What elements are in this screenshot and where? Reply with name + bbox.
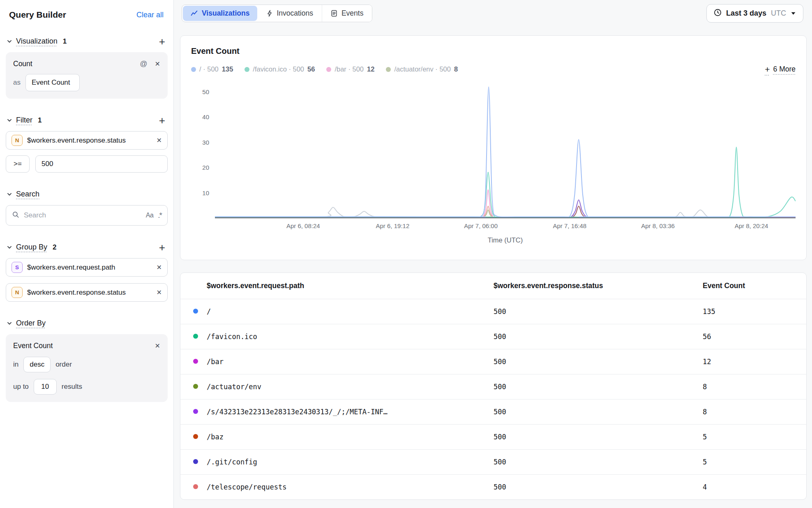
chart-series-line [215, 208, 796, 217]
table-row[interactable]: /baz5005 [180, 425, 806, 450]
table-row[interactable]: /actuator/env5008 [180, 374, 806, 399]
tab-visualizations[interactable]: Visualizations [183, 6, 257, 21]
add-visualization-button[interactable]: + [159, 37, 165, 46]
group-by-count: 2 [53, 243, 56, 252]
table-row[interactable]: /bar50012 [180, 349, 806, 374]
filter-section: Filter 1 + N $workers.event.response.sta… [6, 116, 168, 173]
remove-group-by-icon[interactable]: ✕ [157, 263, 162, 271]
chart-series-line [215, 190, 796, 217]
series-color-dot [193, 434, 198, 439]
tab-events[interactable]: Events [322, 5, 372, 22]
y-axis-labels: 1020304050 [191, 82, 209, 218]
type-badge-N: N [12, 287, 23, 298]
chart-svg [215, 82, 796, 217]
filter-value-input[interactable] [35, 155, 168, 173]
chevron-down-icon[interactable] [7, 118, 12, 123]
at-icon[interactable]: @ [140, 60, 147, 68]
topbar: VisualizationsInvocationsEvents Last 3 d… [174, 0, 812, 26]
add-group-by-button[interactable]: + [159, 243, 165, 252]
y-tick-label: 40 [202, 113, 209, 120]
group-by-field-name: $workers.event.request.path [27, 263, 152, 272]
group-by-section-title[interactable]: Group By [16, 243, 47, 252]
table-row[interactable]: /.git/config5005 [180, 450, 806, 475]
order-by-section-title[interactable]: Order By [16, 319, 46, 328]
chevron-down-icon[interactable] [7, 39, 12, 44]
remove-group-by-icon[interactable]: ✕ [157, 289, 162, 296]
search-input-container: Aa .* [6, 205, 168, 226]
time-range-button[interactable]: Last 3 days UTC [706, 4, 803, 23]
order-by-section: Order By Event Count ✕ in desc order up … [6, 319, 168, 402]
order-by-field[interactable]: Event Count [13, 342, 53, 350]
table-row[interactable]: /telescope/requests5004 [180, 475, 806, 500]
group-by-field[interactable]: N$workers.event.response.status✕ [6, 283, 168, 302]
x-axis-title: Time (UTC) [191, 236, 796, 244]
search-section-title[interactable]: Search [16, 190, 39, 199]
legend-item[interactable]: /favicon.ico · 50056 [245, 65, 315, 73]
legend-count: 8 [454, 65, 458, 73]
cell-path: / [207, 299, 494, 324]
type-badge-S: S [12, 262, 23, 273]
aggregate-function-label[interactable]: Count [13, 60, 32, 68]
cell-count: 135 [703, 299, 806, 324]
alias-input[interactable] [25, 74, 80, 91]
table-row[interactable]: /500135 [180, 299, 806, 324]
page-title: Query Builder [9, 10, 66, 20]
tab-label: Invocations [277, 9, 313, 18]
content-area: Event Count / · 500135/favicon.ico · 500… [174, 26, 812, 508]
search-input[interactable] [24, 211, 141, 219]
legend-item[interactable]: / · 500135 [191, 65, 233, 73]
group-by-field[interactable]: S$workers.event.request.path✕ [6, 258, 168, 277]
cell-count: 8 [703, 399, 806, 425]
order-label: order [55, 360, 72, 369]
time-range-label: Last 3 days [726, 9, 766, 18]
match-case-icon[interactable]: Aa [146, 212, 154, 219]
add-filter-button[interactable]: + [159, 116, 165, 125]
column-header-status[interactable]: $workers.event.response.status [494, 273, 703, 299]
legend-item[interactable]: /actuator/env · 5008 [386, 65, 458, 73]
chart-series-line [215, 87, 796, 217]
series-color-dot [191, 67, 196, 72]
view-tabs: VisualizationsInvocationsEvents [182, 5, 372, 22]
table-row[interactable]: /s/432313e22313e28313e2430313/_/;/META-I… [180, 399, 806, 425]
plot-canvas[interactable] [215, 82, 796, 218]
regex-icon[interactable]: .* [158, 213, 161, 217]
remove-order-by-icon[interactable]: ✕ [155, 342, 160, 350]
number-type-badge: N [12, 135, 23, 146]
result-limit-input[interactable] [34, 379, 57, 395]
column-header-path[interactable]: $workers.event.request.path [207, 273, 494, 299]
legend-label: / · 500 [199, 65, 219, 73]
visualization-count: 1 [63, 37, 67, 46]
legend-count: 12 [367, 65, 374, 73]
table-row[interactable]: /favicon.ico50056 [180, 324, 806, 349]
results-table-body: /500135/favicon.ico50056/bar50012/actuat… [180, 299, 806, 500]
chevron-down-icon[interactable] [7, 192, 12, 197]
in-label: in [13, 360, 18, 369]
visualization-section-title[interactable]: Visualization [16, 37, 58, 46]
search-icon [12, 211, 19, 220]
more-series-button[interactable]: + 6 More [765, 65, 796, 74]
filter-operator-select[interactable]: >= [6, 155, 30, 173]
legend-count: 135 [222, 65, 233, 73]
chevron-down-icon[interactable] [7, 245, 12, 250]
cell-count: 12 [703, 349, 806, 374]
sort-direction-button[interactable]: desc [23, 357, 51, 372]
chevron-down-icon[interactable] [7, 321, 12, 326]
legend-label: /actuator/env · 500 [394, 65, 451, 73]
group-by-field-name: $workers.event.response.status [27, 289, 152, 297]
column-header-count[interactable]: Event Count [703, 273, 806, 299]
app: Query Builder Clear all Visualization 1 … [0, 0, 812, 508]
lightning-icon [267, 10, 272, 17]
clock-icon [714, 9, 722, 18]
filter-section-title[interactable]: Filter [16, 116, 32, 125]
tab-invocations[interactable]: Invocations [258, 5, 322, 22]
remove-visualization-icon[interactable]: ✕ [155, 60, 160, 68]
remove-filter-icon[interactable]: ✕ [157, 136, 162, 144]
filter-field[interactable]: N $workers.event.response.status ✕ [6, 131, 168, 150]
as-label: as [13, 79, 21, 87]
legend-count: 56 [307, 65, 315, 73]
y-tick-label: 50 [202, 88, 209, 95]
clear-all-link[interactable]: Clear all [136, 11, 164, 19]
legend-item[interactable]: /bar · 50012 [326, 65, 374, 73]
x-tick-label: Apr 6, 08:24 [286, 222, 320, 229]
cell-path: /telescope/requests [207, 475, 494, 500]
